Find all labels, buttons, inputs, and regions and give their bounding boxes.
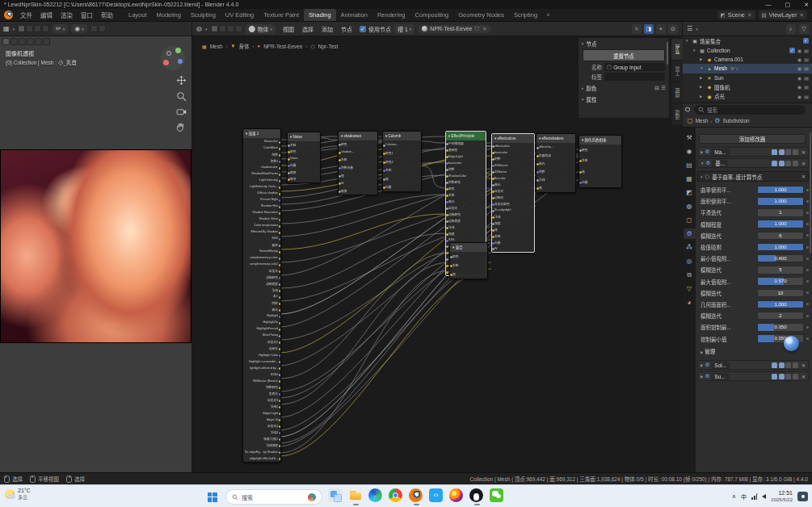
- node-socket-row[interactable]: 自发光: [446, 204, 486, 211]
- properties-editor-icon[interactable]: ⛭: [685, 106, 690, 114]
- editor-menu-视图[interactable]: 视图: [279, 25, 298, 33]
- properties-tab-material[interactable]: ◕: [684, 297, 696, 308]
- expand-arrow-icon[interactable]: ▶: [700, 94, 705, 98]
- color-presets-icon[interactable]: ▤: [654, 85, 659, 91]
- node-socket-row[interactable]: 颜色: [446, 186, 486, 192]
- overlay-toggle-group[interactable]: [90, 25, 106, 32]
- menu-帮助[interactable]: 帮助: [97, 10, 117, 19]
- node-socket-row[interactable]: 向量: [579, 177, 621, 187]
- node-socket-row[interactable]: 基础色: [446, 147, 486, 153]
- node-socket-row[interactable]: 法线强度: [243, 442, 280, 449]
- node-socket-row[interactable]: 333factor: [492, 169, 534, 175]
- node-socket-row[interactable]: Shadow Saturation: [243, 209, 280, 216]
- unlink-material-icon[interactable]: ✕: [482, 26, 486, 32]
- outliner-editor-icon[interactable]: ☰: [687, 25, 692, 32]
- param-value-slider[interactable]: 5: [757, 266, 804, 274]
- node-socket-row[interactable]: Highlight: [243, 312, 280, 319]
- workspace-tab-Scripting[interactable]: Scripting: [509, 9, 542, 21]
- modifier-基...[interactable]: ▼⚙基...✕: [697, 158, 809, 168]
- node-socket-row[interactable]: 值: [450, 270, 487, 279]
- node-name-field[interactable]: ▢ Group Input: [604, 63, 665, 71]
- modifier-display-toggle[interactable]: [785, 161, 791, 166]
- node-effectcolors[interactable]: ▾ effectcolorseffectcolorsbasecolor阴影SSS…: [491, 133, 535, 253]
- node-socket-row[interactable]: 自发光: [243, 267, 280, 274]
- blender-logo-icon[interactable]: [4, 10, 13, 19]
- node-socket-row[interactable]: 高光: [492, 182, 534, 188]
- node-socket-row[interactable]: 值: [492, 226, 534, 233]
- panel-scrollbar[interactable]: [667, 42, 668, 65]
- param-value-slider[interactable]: 0.570: [757, 277, 804, 286]
- breadcrumb-object[interactable]: Mesh: [696, 118, 709, 124]
- node-socket-row[interactable]: 法线: [446, 224, 486, 230]
- modifier-display-toggle[interactable]: [785, 362, 791, 368]
- active-node-name[interactable]: 重置节点: [583, 49, 665, 61]
- param-value-slider[interactable]: 1.000: [757, 186, 804, 195]
- properties-tab-render[interactable]: ◉: [684, 146, 696, 157]
- shader-editor-icon[interactable]: ◍: [196, 25, 202, 32]
- node-socket-row[interactable]: Noise: [288, 155, 320, 162]
- menu-窗口[interactable]: 窗口: [77, 10, 97, 19]
- outliner-item-label[interactable]: Mesh: [714, 65, 727, 71]
- properties-tab-object[interactable]: ◻: [684, 215, 696, 225]
- workspace-tab-Compositing[interactable]: Compositing: [410, 9, 454, 21]
- fake-user-icon[interactable]: 🛡: [474, 26, 480, 31]
- workspace-tab-Animation[interactable]: Animation: [336, 9, 372, 21]
- node-socket-row[interactable]: 阴影2: [243, 157, 280, 164]
- workspace-tab-Sculpting[interactable]: Sculpting: [186, 9, 221, 21]
- taskbar-search[interactable]: 搜索: [225, 489, 322, 505]
- outliner-item-label[interactable]: Camera.001: [714, 57, 743, 62]
- overlays-icon[interactable]: ◨: [644, 24, 654, 34]
- node-socket-row[interactable]: 颜色: [288, 149, 320, 156]
- param-value-slider[interactable]: 1.000: [757, 300, 804, 309]
- param-value-slider[interactable]: 1.000: [757, 220, 804, 228]
- node-socket-row[interactable]: 阴影颜色: [243, 384, 280, 391]
- workspace-tab-Modeling[interactable]: Modeling: [152, 9, 186, 21]
- node-socket-row[interactable]: effectsha...: [536, 143, 575, 151]
- outliner-item-label[interactable]: Sun: [714, 75, 724, 81]
- node-socket-row[interactable]: Color temperature: [243, 222, 280, 228]
- outliner-row-Mesh[interactable]: ▼▲Mesh⚒ ▽◉▤: [683, 64, 812, 73]
- node-socket-row[interactable]: Fresnel Style: [243, 196, 280, 203]
- outliner-filter-icon[interactable]: ▽: [799, 24, 809, 34]
- node-socket-row[interactable]: 阴影: [243, 300, 280, 306]
- param-value-slider[interactable]: 0.350: [757, 323, 804, 332]
- expand-arrow-icon[interactable]: ▼: [685, 39, 690, 43]
- node-group-selector[interactable]: ▾ ⬡ 基于曲率..度计算节点 ✕: [697, 171, 809, 182]
- node-socket-row[interactable]: complementary colo2: [243, 261, 280, 267]
- camera-toggle-icon[interactable]: ▤: [804, 94, 809, 99]
- node-socket-row[interactable]: 强度: [446, 230, 486, 237]
- node-socket-row[interactable]: 高光: [243, 306, 280, 312]
- node-socket-row[interactable]: Ss edgelight: [492, 207, 534, 213]
- node-socket-row[interactable]: 法线: [492, 213, 534, 220]
- editor-type-icon[interactable]: ▦: [3, 25, 10, 32]
- pivot-icon[interactable]: ⌖: [656, 24, 666, 34]
- properties-tab-view-layer[interactable]: ▦: [684, 174, 696, 184]
- node-socket-row[interactable]: ShadowMaskFactor: [243, 170, 280, 177]
- properties-tab-physics[interactable]: ◎: [684, 256, 696, 266]
- node-socket-row[interactable]: SSS: [243, 235, 280, 241]
- task-view-icon[interactable]: [328, 488, 342, 502]
- outliner-item-label[interactable]: 点光: [714, 92, 725, 100]
- node-socket-row[interactable]: 值: [383, 174, 421, 183]
- outliner-item-label[interactable]: 图像机: [714, 83, 730, 91]
- node-shadowset[interactable]: ▾ shadowset颜色shadow...系数阴影向量值W缩放: [338, 131, 378, 195]
- node-socket-row[interactable]: 细节: [288, 176, 320, 183]
- modifier-display-toggle[interactable]: [772, 161, 777, 166]
- network-icon[interactable]: [751, 493, 757, 500]
- npanel-tab-工具[interactable]: 工具: [671, 61, 683, 82]
- node-socket-row[interactable]: 阴影: [446, 166, 486, 173]
- properties-tab-scene[interactable]: ◩: [684, 187, 696, 198]
- node-socket-row[interactable]: Light Intensity: [243, 177, 280, 183]
- brush-dropdown[interactable]: ◉▾: [71, 24, 87, 33]
- node-socket-row[interactable]: 面积: [243, 241, 280, 248]
- check-toggle-icon[interactable]: ✓: [789, 48, 795, 53]
- snap-dropdown[interactable]: ✏▾: [53, 24, 68, 33]
- modifier-display-toggle[interactable]: [785, 149, 791, 155]
- input-language-indicator[interactable]: 中: [741, 492, 747, 501]
- node-socket-row[interactable]: 阴影颜色: [446, 179, 486, 186]
- modifier-display-toggle[interactable]: [779, 149, 785, 155]
- node-socket-row[interactable]: Diffuse shadow: [243, 190, 280, 196]
- properties-tab-particles[interactable]: ⁂: [684, 242, 696, 253]
- node-socket-row[interactable]: 边缘颜色: [446, 211, 486, 217]
- node-socket-row[interactable]: Highlight Color: [243, 352, 280, 358]
